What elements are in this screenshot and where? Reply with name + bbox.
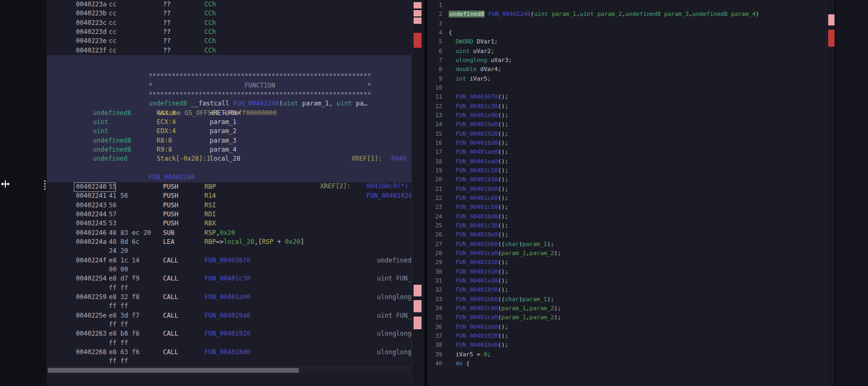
- decompiler-line[interactable]: 27 FUN_00401b60((char)param_1);: [427, 240, 826, 249]
- line-number: 4: [427, 28, 442, 37]
- listing-row[interactable]: 0040224457PUSHRDI: [47, 210, 411, 219]
- decompiler-line[interactable]: 34 FUN_00401c90(param_1,param_2);: [427, 304, 826, 313]
- xref-value[interactable]: FUN_00401020:: [366, 191, 411, 200]
- listing-row[interactable]: 0040224141 56PUSHR14: [47, 191, 411, 200]
- decompiler-line[interactable]: 40 do {: [427, 359, 826, 368]
- listing-row[interactable]: 0040223ccc??CCh: [47, 19, 411, 28]
- listing-row[interactable]: 0040224648 83 ec 20SUBRSP,0x20: [47, 229, 411, 238]
- scrollbar-mark-pink[interactable]: [414, 285, 422, 296]
- register-storage: ECX:4: [157, 118, 176, 127]
- decompiler-line[interactable]: 33 FUN_00401b60((char)param_1);: [427, 295, 826, 304]
- xref-value-2[interactable]: 004160c0(*): [366, 182, 408, 191]
- register-row[interactable]: uintEDX:4param_2: [47, 127, 411, 136]
- listing-row-continuation[interactable]: ff ff: [47, 302, 411, 311]
- decompiler-line[interactable]: 23 FUN_00401c50();: [427, 203, 826, 212]
- scrollbar-mark-pink[interactable]: [414, 317, 422, 329]
- decompiler-line[interactable]: 11 FUN_00403670();: [427, 92, 826, 101]
- decompiler-line[interactable]: 39 iVar5 = 0;: [427, 350, 826, 359]
- register-row[interactable]: undefinedStack[-0x28]:1local_28XREF[1]:0…: [47, 154, 411, 163]
- decompiler-line[interactable]: 15 FUN_00401920();: [427, 129, 826, 138]
- listing-row[interactable]: 0040223bcc??CCh: [47, 9, 411, 18]
- token-plain: ]: [300, 238, 304, 245]
- decompiler-line[interactable]: 18 FUN_00401aa0();: [427, 157, 826, 166]
- function-label-row[interactable]: FUN_00402240 XREF[2]: FUN_00401020:: [47, 164, 411, 173]
- decompiler-line[interactable]: 26 FUN_004018e0();: [427, 230, 826, 239]
- scrollbar-mark-pink[interactable]: [414, 300, 422, 312]
- decompiler-line[interactable]: 30 FUN_00401910();: [427, 267, 826, 276]
- xref-value[interactable]: 0040: [391, 154, 407, 163]
- decompiler-line[interactable]: 35 FUN_00401ca0(param_1,param_2);: [427, 313, 826, 322]
- splitter-handle-icon[interactable]: [44, 180, 46, 182]
- listing-row[interactable]: 0040223acc??CCh: [47, 0, 411, 9]
- listing-row[interactable]: 00402268e8 63 f6CALLFUN_004018d0ulonglon…: [47, 348, 411, 357]
- decompiler-line[interactable]: 9 int iVar5;: [427, 74, 826, 83]
- decompiler-line[interactable]: 13 FUN_00401a90();: [427, 111, 826, 120]
- listing-row[interactable]: 00402259e8 32 f8CALLFUN_00401a90ulonglon…: [47, 293, 411, 302]
- decompiler-line[interactable]: 1: [427, 1, 826, 10]
- register-row[interactable]: undefined8R9:8param_4: [47, 145, 411, 154]
- listing-horizontal-scrollbar[interactable]: [47, 366, 411, 374]
- decompiler-code: ulonglong uVar3;: [449, 56, 512, 65]
- scrollbar-mark-pink[interactable]: [414, 17, 422, 24]
- decompiler-code: FUN_004018d0();: [449, 138, 509, 147]
- listing-row-continuation[interactable]: ff ff: [47, 339, 411, 348]
- listing-row[interactable]: 0040223dcc??CCh: [47, 28, 411, 37]
- listing-row-continuation[interactable]: ff ff: [47, 284, 411, 293]
- decompiler-line[interactable]: 6 uint uVar2;: [427, 47, 826, 56]
- listing-row[interactable]: 0040224fe8 1c 14CALLFUN_00403670undefine…: [47, 256, 411, 265]
- signature-row[interactable]: undefined8 __fastcall FUN_00402240(uint …: [47, 90, 411, 99]
- decompiler-line[interactable]: 24 FUN_004018d0();: [427, 212, 826, 221]
- decompiler-line[interactable]: 17 FUN_00401ae0();: [427, 147, 826, 156]
- scrollbar-mark-red[interactable]: [414, 33, 422, 48]
- token-plain: dVar4;: [477, 66, 501, 73]
- token-param: param_1: [522, 241, 547, 248]
- decompiler-line[interactable]: 20 FUN_00401910();: [427, 175, 826, 184]
- listing-row[interactable]: 0040225ee8 3d f7CALLFUN_004019a0uint FUN…: [47, 311, 411, 320]
- decompiler-line[interactable]: 3: [427, 19, 826, 28]
- decompiler-line[interactable]: 29 FUN_00401910();: [427, 258, 826, 267]
- listing-row[interactable]: 0040224a48 8d 6cLEARBP=>local_28,[RSP + …: [47, 238, 411, 247]
- listing-vertical-scrollbar[interactable]: [411, 0, 425, 386]
- listing-row-continuation[interactable]: ff ff: [47, 320, 411, 329]
- listing-row[interactable]: 0040224553PUSHRBX: [47, 219, 411, 228]
- decompiler-line[interactable]: 19 FUN_00401c10();: [427, 166, 826, 175]
- decompiler-line[interactable]: 7 ulonglong uVar3;: [427, 56, 826, 65]
- register-row[interactable]: undefined8R8:8param_3: [47, 136, 411, 145]
- decompiler-line[interactable]: 21 FUN_004019b0();: [427, 185, 826, 194]
- listing-row[interactable]: 0040223ecc??CCh: [47, 37, 411, 46]
- token-plain: );: [547, 296, 554, 303]
- decompiler-vertical-scrollbar[interactable]: [826, 0, 835, 386]
- decompiler-line[interactable]: 28 FUN_00401ca0(param_1,param_2);: [427, 249, 826, 258]
- decompiler-line[interactable]: 38 FUN_004018d0();: [427, 340, 826, 349]
- decompiler-line[interactable]: 37 FUN_00401920();: [427, 331, 826, 340]
- register-row[interactable]: undefined8RAX:8<RETURN>: [47, 109, 411, 118]
- function-header-block[interactable]: ****************************************…: [47, 55, 411, 182]
- register-row[interactable]: uintECX:4param_1: [47, 118, 411, 127]
- decompiler-line[interactable]: 32 FUN_004018f0();: [427, 285, 826, 294]
- scrollbar-mark-pink[interactable]: [414, 10, 422, 16]
- decompiler-line[interactable]: 36 FUN_00401ab0();: [427, 322, 826, 331]
- line-number: 5: [427, 37, 442, 46]
- scrollbar-mark-pink[interactable]: [414, 2, 422, 8]
- decompiler-line[interactable]: 12 FUN_00401c30();: [427, 102, 826, 111]
- listing-row[interactable]: 0040223fcc??CCh: [47, 46, 411, 55]
- horizontal-scrollbar-thumb[interactable]: [48, 368, 299, 373]
- decompiler-line[interactable]: 4{: [427, 28, 826, 37]
- listing-row-continuation[interactable]: 24 20: [47, 247, 411, 256]
- listing-row[interactable]: 00402254e8 d7 f9CALLFUN_00401c30uint FUN…: [47, 274, 411, 283]
- decompiler-line[interactable]: 8 double dVar4;: [427, 65, 826, 74]
- token-param: param_1: [501, 305, 526, 312]
- listing-row[interactable]: 0040224356PUSHRSI: [47, 201, 411, 210]
- listing-row[interactable]: 00402263e8 b8 f6CALLFUN_00401920ulonglon…: [47, 329, 411, 338]
- decompiler-line[interactable]: 5 DWORD DVar1;: [427, 37, 826, 46]
- decompiler-line[interactable]: 14 FUN_004019a0();: [427, 120, 826, 129]
- decompiler-line[interactable]: 25 FUN_00401c30();: [427, 221, 826, 230]
- decompiler-line[interactable]: 31 FUN_00401a30();: [427, 276, 826, 285]
- decompiler-line[interactable]: 2undefined8 FUN_00402240(uint param_1,ui…: [427, 10, 826, 19]
- listing-row-continuation[interactable]: ff ff: [47, 357, 411, 366]
- listing-row-continuation[interactable]: 00 00: [47, 265, 411, 274]
- decompiler-line[interactable]: 16 FUN_004018d0();: [427, 138, 826, 147]
- decompiler-line[interactable]: 10: [427, 83, 826, 92]
- decompiler-line[interactable]: 22 FUN_00401c60();: [427, 194, 826, 203]
- listing-row[interactable]: 0040224055PUSHRBP: [47, 182, 411, 191]
